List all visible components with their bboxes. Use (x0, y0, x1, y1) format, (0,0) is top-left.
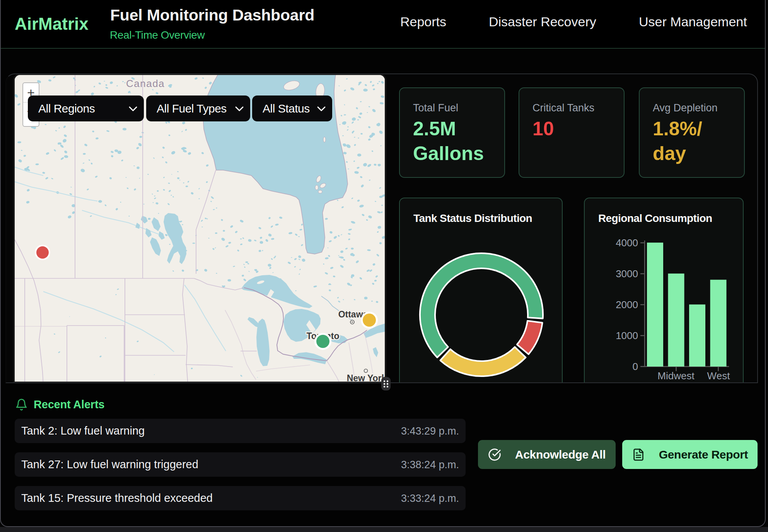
svg-text:3000: 3000 (616, 268, 638, 280)
svg-text:1000: 1000 (616, 330, 638, 341)
svg-text:2000: 2000 (616, 299, 638, 310)
svg-text:Canada: Canada (126, 78, 165, 89)
svg-text:New York: New York (347, 373, 385, 383)
svg-text:Midwest: Midwest (657, 370, 695, 382)
svg-text:0: 0 (633, 361, 638, 372)
svg-text:4000: 4000 (616, 237, 638, 249)
svg-text:West: West (707, 370, 730, 382)
